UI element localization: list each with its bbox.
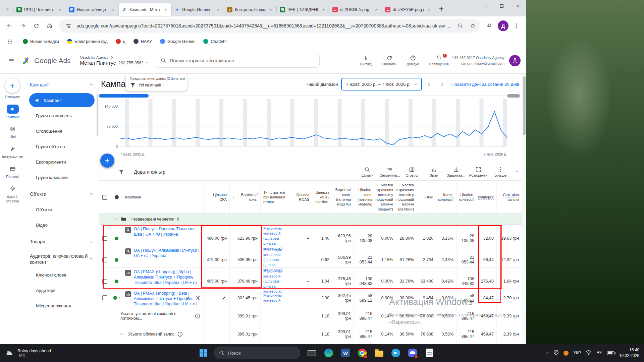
new-tab-button[interactable] (437, 4, 446, 13)
tool-more[interactable]: Більше (490, 167, 511, 177)
date-range-selector[interactable]: 7 жовт. 2025 р. – 7 лют. 2026 р. (341, 78, 422, 90)
taskbar-app-notepad[interactable] (423, 346, 436, 360)
show-last-30-days-link[interactable]: Показати дані за останні 30 днів (451, 82, 519, 87)
bookmark-item[interactable]: Електронний суд (67, 39, 107, 44)
date-range-next-button[interactable] (437, 80, 446, 88)
bookmark-item[interactable]: ц (116, 39, 125, 44)
page-scrollbar[interactable] (522, 74, 526, 344)
data-view-card[interactable]: Представлення даних (2 фільтри) Усі камп… (126, 74, 187, 91)
scrollbar-thumb[interactable] (99, 94, 149, 98)
select-all-checkbox[interactable] (102, 195, 107, 200)
column-header[interactable]: Кампанія (122, 181, 204, 214)
taskbar-app-chrome[interactable] (356, 346, 369, 360)
nav-item-selected[interactable]: Кампанії (29, 93, 95, 107)
campaign-name-link[interactable]: OA | PMAX (shopping) | Alpha | Алюмінієв… (134, 269, 201, 286)
column-header[interactable]: Цінність конв. (поточна модель) (354, 181, 375, 214)
tool-download[interactable]: Завантаж... (446, 167, 466, 177)
chevron-down-icon[interactable] (120, 332, 123, 335)
tab-close-icon[interactable]: × (215, 7, 221, 12)
taskbar-app-edge[interactable] (322, 346, 335, 360)
tool-magnifier[interactable]: Шукати (357, 167, 377, 177)
bid-strategy-link[interactable]: Максимум конверсій (263, 293, 285, 303)
row-checkbox[interactable] (102, 279, 107, 284)
browser-menu-icon[interactable] (511, 20, 523, 32)
tab-close-icon[interactable]: × (110, 7, 116, 12)
window-maximize-button[interactable] (494, 0, 510, 12)
account-breadcrumb[interactable]: Osadchiy Agency Метал Плинтус 282-755-05… (80, 55, 148, 66)
row-checkbox[interactable] (102, 236, 107, 241)
campaign-row[interactable]: OA | PMAX (shopping) | Alpha | Алюмінієв… (99, 267, 522, 289)
start-button[interactable] (196, 346, 210, 360)
tab-close-icon[interactable]: × (426, 7, 432, 12)
wifi-icon[interactable] (586, 350, 592, 356)
taskbar-clock[interactable]: 15:40 10.02.2026 (619, 347, 639, 359)
taskbar-weather-widget[interactable]: Rainy days ahead -6°C (0, 344, 56, 362)
tab-search-button[interactable] (3, 4, 12, 13)
nav-item[interactable]: Місцеположення (25, 298, 99, 313)
nav-scrollbar[interactable] (97, 94, 98, 136)
browser-tab[interactable]: PPC | Чек-лист× (13, 3, 66, 16)
row-checkbox[interactable] (102, 257, 107, 262)
nav-item[interactable]: Відео (25, 217, 99, 233)
nav-item[interactable]: Групи оголошень (25, 108, 99, 123)
column-header[interactable]: Конверсії (477, 181, 497, 214)
forward-button[interactable] (17, 20, 29, 32)
column-header[interactable]: Сер. ціна за клік (497, 181, 522, 214)
cell-target_cpa[interactable]: – (204, 289, 230, 307)
tool-segment[interactable]: Сегментув... (379, 167, 400, 177)
campaign-status-toggle[interactable] (115, 237, 118, 240)
column-header[interactable]: Цінність конверсії (457, 181, 477, 214)
tab-close-icon[interactable]: × (321, 7, 326, 12)
status-column-header-icon[interactable] (115, 195, 119, 199)
hamburger-menu-icon[interactable] (5, 55, 17, 67)
volume-icon[interactable] (596, 350, 602, 356)
taskbar-app-discord[interactable] (406, 346, 419, 360)
page-scrollbar-thumb[interactable] (523, 76, 526, 135)
reload-button[interactable] (30, 20, 42, 32)
rail-item-target[interactable]: Цілі (1, 124, 25, 139)
language-indicator[interactable]: УКР (573, 351, 581, 355)
nav-section-header[interactable]: Аудиторії, ключові слова й контент (25, 251, 99, 267)
tool-reports[interactable]: Звіти (424, 167, 444, 177)
nav-item[interactable]: Аудиторії (25, 283, 99, 298)
nav-item[interactable]: Групи кампаній (25, 170, 99, 185)
column-header[interactable]: Частка втрачених показів у пошуковій мер… (396, 181, 417, 214)
back-button[interactable] (3, 20, 15, 32)
tab-close-icon[interactable]: × (268, 7, 274, 12)
site-info-icon[interactable] (64, 21, 73, 31)
header-action-bell[interactable]: !Сповіщення (429, 55, 449, 66)
column-header[interactable]: Кліки (417, 181, 436, 214)
taskbar-app-telegram[interactable] (389, 346, 402, 360)
window-close-button[interactable]: × (510, 0, 526, 12)
column-header[interactable]: Коеф. конверсії (436, 181, 457, 214)
nav-item[interactable]: Об'єкти (25, 202, 99, 217)
column-header[interactable]: Цільова CPA (204, 181, 230, 214)
column-header[interactable]: Вартість/ конв. (поточна модель) (332, 181, 354, 214)
tab-close-icon[interactable]: × (163, 7, 168, 12)
header-action-question[interactable]: Довідка (406, 55, 420, 66)
campaign-row[interactable]: OA | Пошук | Алюмінієві Плінтуси | UA + … (99, 246, 522, 267)
bookmark-item[interactable]: Новая вкладка (23, 39, 59, 44)
browser-tab[interactable]: Google Gemini× (171, 3, 224, 16)
battery-icon[interactable] (607, 351, 614, 355)
rail-item-wrench[interactable]: Інстру-менти (1, 144, 25, 159)
browser-tab[interactable]: di-UKFY5E.png (...× (382, 3, 435, 16)
add-campaign-fab[interactable] (100, 154, 114, 168)
add-filter-button[interactable]: Додати фільтр (118, 169, 165, 175)
nav-item[interactable]: Експерименти (25, 154, 99, 170)
column-header[interactable]: ↓Вартість / конв. (230, 181, 261, 214)
campaign-status-toggle[interactable] (115, 258, 118, 262)
browser-profile-avatar[interactable]: Д (498, 20, 508, 31)
aimp-tray-icon[interactable] (564, 351, 569, 356)
date-range-prev-button[interactable] (425, 80, 434, 88)
chart-scrollbar[interactable] (99, 94, 522, 98)
tab-close-icon[interactable]: × (373, 7, 379, 12)
taskbar-app-screen-share[interactable] (306, 346, 318, 360)
tool-expand[interactable]: Розгорнути (468, 167, 488, 177)
bookmark-item[interactable]: ChatGPT (203, 39, 228, 44)
header-action-view[interactable]: Вигляд (359, 55, 373, 66)
browser-tab[interactable]: Новая таблица× (66, 3, 119, 16)
rail-item-gear[interactable]: Адміні-стратор (1, 184, 25, 203)
campaign-name-link[interactable]: OA | Пошук | Алюмінієві Плінтуси | UA + … (134, 248, 201, 259)
browser-tab[interactable]: di-2DKNLA.png× (329, 3, 382, 16)
